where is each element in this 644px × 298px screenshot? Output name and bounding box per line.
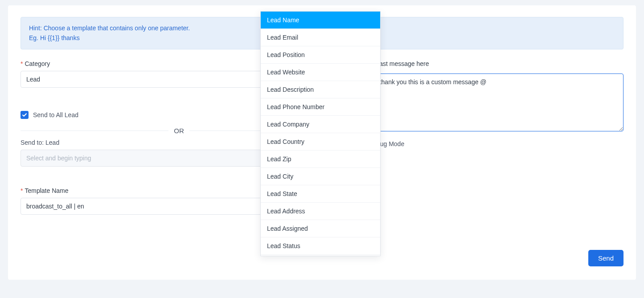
hint-prefix: Hint: xyxy=(29,24,42,32)
dropdown-item[interactable]: Lead Position xyxy=(261,46,380,64)
debug-row: Debug Mode xyxy=(356,140,623,148)
send-all-checkbox[interactable] xyxy=(21,111,29,119)
dropdown-item[interactable]: Lead State xyxy=(261,185,380,203)
dropdown-item[interactable]: Lead Name xyxy=(261,12,380,29)
main-panel: Hint: Choose a template that contains on… xyxy=(8,5,636,280)
dropdown-item[interactable]: Lead Address xyxy=(261,203,380,220)
dropdown-item[interactable]: Lead Website xyxy=(261,64,380,81)
right-column: * broadcast message here Debug Mode xyxy=(356,60,623,215)
dropdown-item[interactable]: Lead Assigned xyxy=(261,220,380,237)
mention-dropdown: Lead NameLead EmailLead PositionLead Web… xyxy=(260,11,381,256)
category-label: Category xyxy=(25,60,50,67)
send-button[interactable]: Send xyxy=(588,250,623,266)
dropdown-item[interactable]: Lead Description xyxy=(261,81,380,98)
required-marker: * xyxy=(21,187,23,194)
category-value: Lead xyxy=(26,76,40,83)
hint-eg-text: Hi {{1}} thanks xyxy=(38,34,80,41)
required-marker: * xyxy=(21,60,23,67)
dropdown-item[interactable]: Lead Country xyxy=(261,133,380,151)
dropdown-item[interactable]: Lead Email xyxy=(261,29,380,46)
or-text: OR xyxy=(168,127,189,135)
send-all-label: Send to All Lead xyxy=(33,111,78,118)
dropdown-item[interactable]: Lead Status xyxy=(261,237,380,255)
check-icon xyxy=(22,112,27,118)
dropdown-item[interactable]: Lead City xyxy=(261,168,380,185)
template-name-label: Template Name xyxy=(25,187,68,194)
template-name-value: broadcast_to_all | en xyxy=(26,203,84,210)
hint-text: Choose a template that contains only one… xyxy=(42,24,190,32)
mention-dropdown-scroll[interactable]: Lead NameLead EmailLead PositionLead Web… xyxy=(261,12,380,256)
dropdown-item[interactable]: Lead Phone Number xyxy=(261,98,380,116)
dropdown-item[interactable]: Lead Zip xyxy=(261,151,380,168)
broadcast-message-textarea[interactable] xyxy=(356,73,623,131)
dropdown-item[interactable]: Lead Company xyxy=(261,116,380,133)
hint-eg-prefix: Eg. xyxy=(29,34,38,41)
broadcast-hint-label: * broadcast message here xyxy=(356,60,623,67)
